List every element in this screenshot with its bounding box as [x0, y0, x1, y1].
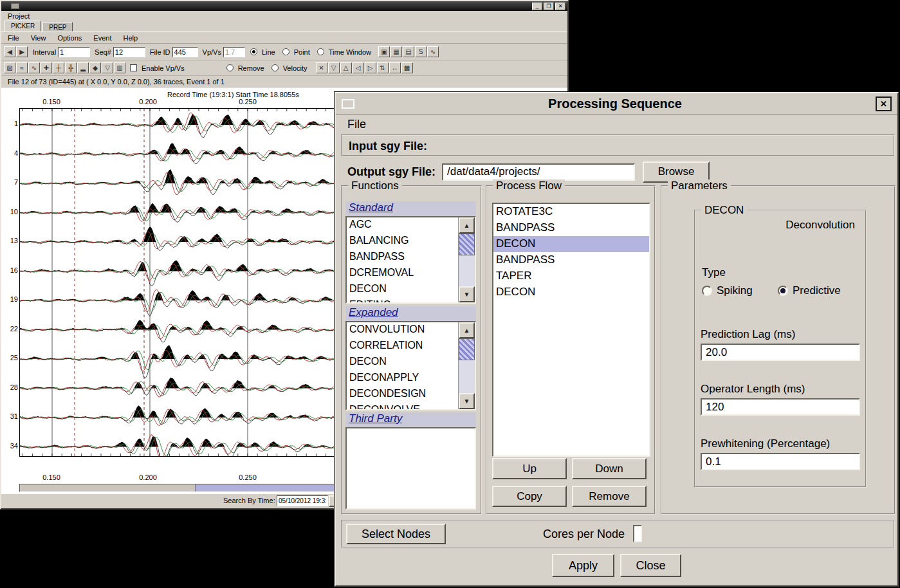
up-button[interactable]: Up	[492, 458, 567, 479]
wave-icon[interactable]: ≈	[16, 62, 28, 73]
function-item[interactable]: DECONDESIGN	[347, 387, 458, 403]
bar-icon[interactable]: ▂	[77, 62, 89, 73]
tab-picker[interactable]: PICKER	[5, 21, 41, 32]
function-item[interactable]: BANDPASS	[347, 250, 458, 266]
prev-arrow-icon[interactable]: ◀	[4, 46, 15, 57]
predictive-radio[interactable]	[778, 286, 788, 296]
scroll-down-icon[interactable]: ▼	[459, 286, 475, 302]
dialog-close-icon[interactable]: ✕	[876, 96, 892, 111]
process-flow-item[interactable]: BANDPASS	[493, 252, 649, 268]
section-standard[interactable]: Standard	[345, 201, 476, 216]
search-time-input[interactable]	[277, 495, 328, 506]
close-icon[interactable]: ✕	[555, 3, 565, 10]
down-triangle-icon[interactable]: ▽	[328, 62, 340, 73]
process-flow-item[interactable]: DECON	[493, 284, 649, 300]
remove-button[interactable]: Remove	[572, 486, 647, 507]
picker-titlebar[interactable]: _ ❐ ✕	[1, 1, 567, 11]
minimize-icon[interactable]: _	[532, 3, 542, 10]
triangle-down-icon[interactable]: ▽	[102, 62, 113, 73]
down-button[interactable]: Down	[572, 458, 647, 479]
scroll-track[interactable]	[459, 360, 475, 393]
function-item[interactable]: CORRELATION	[347, 338, 458, 354]
interval-input[interactable]	[58, 47, 90, 57]
fileid-input[interactable]	[172, 47, 198, 57]
swap-horizontal-icon[interactable]: ↔	[389, 62, 401, 73]
expanded-scrollbar[interactable]: ▲ ▼	[458, 322, 475, 409]
function-item[interactable]: AGC	[347, 217, 458, 234]
functions-panel: Functions Standard AGCBALANCINGBANDPASSD…	[341, 185, 482, 515]
left-triangle-icon[interactable]: ◁	[353, 62, 364, 73]
scroll-track[interactable]	[459, 255, 475, 286]
operator-length-input[interactable]	[701, 398, 860, 416]
function-item[interactable]: CONVOLUTION	[347, 322, 458, 338]
process-flow-item[interactable]: DECON	[493, 236, 649, 252]
tab-prep[interactable]: PREP	[42, 22, 73, 32]
scroll-thumb[interactable]	[459, 338, 475, 360]
menu-event[interactable]: Event	[93, 34, 111, 42]
process-flow-item[interactable]: ROTATE3C	[493, 204, 649, 220]
menu-options[interactable]: Options	[57, 34, 82, 42]
function-item[interactable]: DECON	[347, 354, 458, 371]
sine-icon[interactable]: ∿	[28, 62, 40, 73]
radio-velocity[interactable]	[271, 64, 279, 71]
scroll-up-icon[interactable]: ▲	[459, 217, 475, 234]
swap-vertical-icon[interactable]: ⇅	[377, 62, 389, 73]
process-flow-item[interactable]: TAPER	[493, 268, 649, 284]
trace-number-label: 25	[3, 354, 18, 362]
seq-input[interactable]	[113, 47, 145, 57]
right-triangle-icon[interactable]: ▷	[365, 62, 376, 73]
close-button[interactable]: Close	[620, 554, 681, 577]
apply-button[interactable]: Apply	[552, 554, 614, 577]
spectrum-icon[interactable]: S	[415, 46, 427, 57]
menu-file[interactable]: File	[8, 34, 19, 42]
scroll-down-icon[interactable]: ▼	[459, 393, 475, 409]
function-item[interactable]: BALANCING	[347, 234, 458, 250]
output-sgy-input[interactable]	[442, 163, 635, 181]
radio-point[interactable]	[282, 48, 289, 55]
spiking-radio[interactable]	[702, 286, 712, 296]
maximize-icon[interactable]: ❐	[544, 3, 554, 10]
function-item[interactable]: DECON	[347, 282, 458, 298]
scroll-thumb[interactable]	[459, 234, 475, 255]
hatch-icon[interactable]: ▧	[4, 62, 15, 73]
plus-icon[interactable]: ✚	[41, 62, 52, 73]
prewhitening-input[interactable]	[701, 453, 860, 470]
function-item[interactable]: DECONAPPLY	[347, 371, 458, 387]
section-third-party[interactable]: Third Party	[345, 412, 476, 427]
scroll-up-icon[interactable]: ▲	[459, 322, 475, 338]
radio-line-label: Line	[262, 48, 275, 56]
standard-list: AGCBALANCINGBANDPASSDCREMOVALDECONEDITIN…	[345, 216, 476, 304]
table-icon[interactable]: ▦	[390, 46, 402, 57]
section-expanded[interactable]: Expanded	[345, 306, 476, 321]
select-nodes-button[interactable]: Select Nodes	[346, 524, 446, 544]
enable-vpvs-checkbox[interactable]	[130, 64, 137, 71]
menu-view[interactable]: View	[31, 34, 46, 42]
next-arrow-icon[interactable]: ▶	[16, 46, 28, 57]
radio-line[interactable]	[250, 48, 257, 55]
dialog-menu-file[interactable]: File	[347, 118, 366, 131]
panel-icon[interactable]: ▥	[114, 62, 125, 73]
standard-scrollbar[interactable]: ▲ ▼	[458, 217, 475, 302]
dialog-titlebar[interactable]: Processing Sequence ✕	[336, 93, 897, 115]
cross-icon[interactable]: ┼	[53, 62, 64, 73]
wiggle-icon[interactable]: ∿	[427, 46, 439, 57]
fill-icon[interactable]: ▩	[401, 62, 413, 73]
prediction-lag-input[interactable]	[701, 344, 860, 361]
window-icon	[11, 3, 19, 9]
copy-button[interactable]: Copy	[492, 486, 567, 507]
delete-icon[interactable]: ✕	[316, 62, 327, 73]
function-item[interactable]: EDITING	[347, 298, 458, 302]
diamond-icon[interactable]: ◆	[89, 62, 101, 73]
radio-time-window[interactable]	[317, 48, 324, 55]
process-flow-item[interactable]: BANDPASS	[493, 220, 649, 236]
grid-cross-icon[interactable]: ╬	[65, 62, 77, 73]
function-item[interactable]: DCREMOVAL	[347, 266, 458, 282]
cores-per-node-input[interactable]	[633, 525, 642, 542]
up-triangle-icon[interactable]: △	[340, 62, 352, 73]
save-icon[interactable]: ▣	[378, 46, 390, 57]
output-sgy-label: Output sgy File:	[347, 165, 436, 179]
function-item[interactable]: DECONVOLVE	[347, 403, 458, 409]
menu-help[interactable]: Help	[123, 34, 138, 42]
radio-remove[interactable]	[226, 64, 234, 71]
grid-icon[interactable]: ▤	[403, 46, 414, 57]
